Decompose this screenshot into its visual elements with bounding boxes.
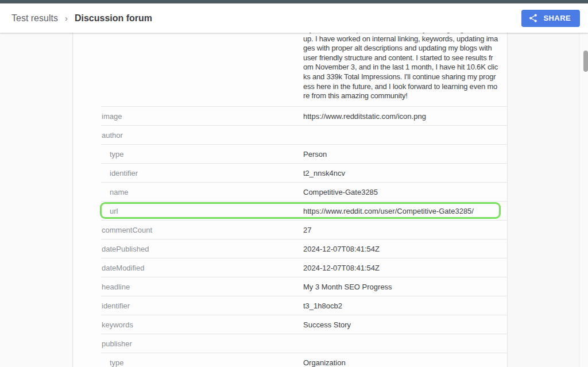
property-value: https://www.reddit.com/user/Competitive-… <box>303 207 474 215</box>
property-label: image <box>101 112 122 121</box>
table-row[interactable]: type Person <box>101 144 508 163</box>
property-label: identifier <box>101 169 138 177</box>
property-value: 2024-12-07T08:41:54Z <box>303 245 380 253</box>
property-value: https://www.redditstatic.com/icon.png <box>303 112 426 121</box>
property-value: Competitive-Gate3285 <box>303 188 378 196</box>
property-value: Person <box>303 150 327 159</box>
scrollbar-thumb[interactable] <box>583 51 588 72</box>
table-row[interactable]: author <box>101 125 508 144</box>
table-row[interactable]: name Competitive-Gate3285 <box>101 182 508 201</box>
property-label: type <box>101 150 124 159</box>
breadcrumb-test-results[interactable]: Test results <box>11 13 58 24</box>
table-row[interactable]: keywords Success Story <box>101 315 508 334</box>
property-value: 27 <box>303 226 311 234</box>
property-label: publisher <box>101 339 132 348</box>
property-label: type <box>101 358 124 367</box>
post-text: my clicks and impressions have slowly be… <box>303 25 510 101</box>
share-button-label: SHARE <box>543 14 571 22</box>
property-value: t2_nnsk4ncv <box>303 169 345 177</box>
post-text-line: up. I have worked on internal linking, k… <box>303 34 510 44</box>
table-row[interactable]: dateModified 2024-12-07T08:41:54Z <box>101 258 508 277</box>
browser-top-strip <box>0 0 588 3</box>
post-text-line: om November 3, and in the last 1 month, … <box>303 63 510 72</box>
post-text-line: ges with proper alt descriptions and upd… <box>303 44 510 53</box>
property-label: author <box>101 131 123 140</box>
table-row[interactable]: type Organization <box>101 353 508 367</box>
property-label: dateModified <box>101 264 144 272</box>
property-value: Organization <box>303 358 346 367</box>
property-label: datePublished <box>101 245 149 253</box>
table-row[interactable]: commentCount 27 <box>101 220 508 239</box>
breadcrumb-discussion-forum: Discussion forum <box>75 13 152 24</box>
property-value: 2024-12-07T08:41:54Z <box>303 264 380 272</box>
chevron-right-icon: › <box>65 14 68 22</box>
property-label: url <box>101 207 118 215</box>
code-panel-edge <box>0 33 73 367</box>
structured-data-panel: my clicks and impressions have slowly be… <box>74 33 508 367</box>
breadcrumb: Test results › Discussion forum <box>11 13 152 24</box>
property-label: headline <box>101 283 130 291</box>
property-label: identifier <box>101 302 130 310</box>
post-text-line: re from this amazing community! <box>303 91 510 101</box>
table-row[interactable]: identifier t3_1h8ocb2 <box>101 296 508 315</box>
property-value: t3_1h8ocb2 <box>303 302 342 310</box>
results-content: my clicks and impressions have slowly be… <box>0 33 588 367</box>
properties-table: image https://www.redditstatic.com/icon.… <box>101 106 508 367</box>
property-label: name <box>101 188 129 196</box>
post-text-line: ks and 339k Total Impressions. I'll cont… <box>303 72 510 82</box>
table-row[interactable]: datePublished 2024-12-07T08:41:54Z <box>101 239 508 258</box>
share-icon <box>528 13 538 23</box>
header-bar: Test results › Discussion forum SHARE <box>0 3 588 33</box>
share-button[interactable]: SHARE <box>521 10 580 27</box>
property-value: My 3 Month SEO Progress <box>303 283 392 291</box>
table-row[interactable]: headline My 3 Month SEO Progress <box>101 277 508 296</box>
table-row[interactable]: image https://www.redditstatic.com/icon.… <box>101 106 508 125</box>
post-text-line: ess here in the future, and I look forwa… <box>303 82 510 92</box>
table-row[interactable]: identifier t2_nnsk4ncv <box>101 163 508 182</box>
property-label: commentCount <box>101 226 152 234</box>
table-row-highlighted[interactable]: url https://www.reddit.com/user/Competit… <box>101 201 508 220</box>
right-gutter <box>508 33 579 367</box>
property-value: Success Story <box>303 320 351 329</box>
property-label: keywords <box>101 320 133 329</box>
post-text-line: user friendly structure and content. I s… <box>303 53 510 63</box>
table-row[interactable]: publisher <box>101 334 508 353</box>
scrollbar-track[interactable] <box>579 33 588 367</box>
